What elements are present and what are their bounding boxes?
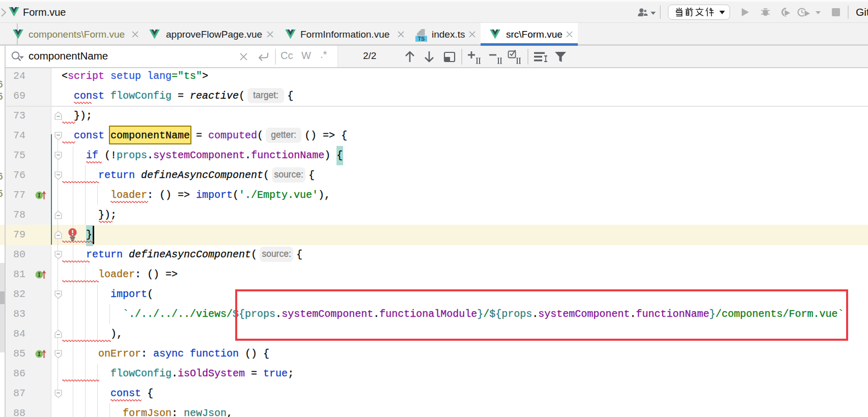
svg-text:TS: TS	[418, 36, 425, 42]
